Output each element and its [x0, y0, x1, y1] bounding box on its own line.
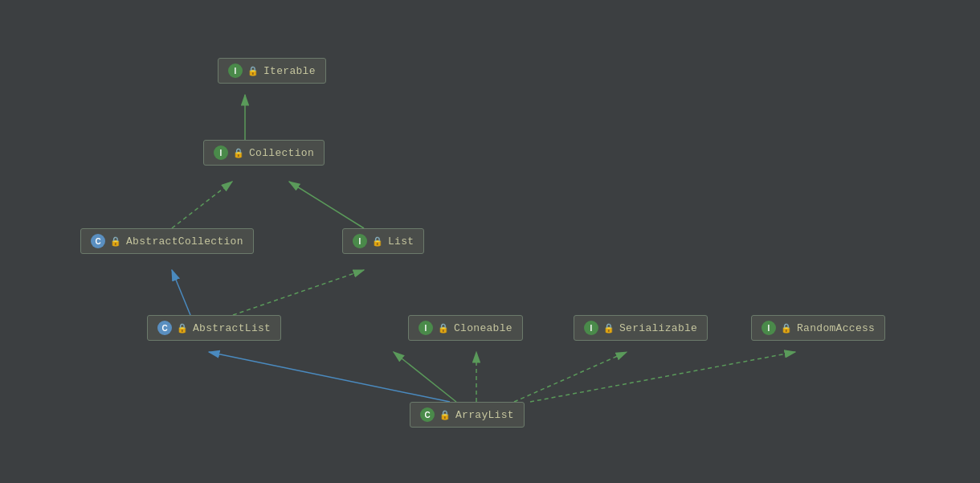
lock-array-list: 🔒: [439, 410, 451, 420]
label-collection: Collection: [249, 147, 314, 159]
lock-abstract-list: 🔒: [177, 323, 188, 334]
badge-serializable: I: [584, 321, 598, 335]
label-abstract-collection: AbstractCollection: [126, 235, 243, 248]
label-list: List: [388, 235, 414, 248]
node-iterable[interactable]: I 🔒 Iterable: [218, 58, 326, 84]
node-random-access[interactable]: I 🔒 RandomAccess: [751, 315, 885, 341]
lock-serializable: 🔒: [603, 323, 615, 334]
svg-line-6: [172, 270, 190, 315]
svg-line-8: [209, 352, 450, 402]
badge-collection: I: [214, 145, 228, 160]
svg-line-7: [233, 270, 364, 315]
svg-line-4: [172, 182, 232, 228]
label-cloneable: Cloneable: [454, 322, 512, 334]
label-abstract-list: AbstractList: [193, 322, 271, 334]
label-random-access: RandomAccess: [797, 322, 875, 334]
badge-abstract-collection: C: [91, 234, 105, 248]
lock-collection: 🔒: [233, 148, 244, 158]
svg-line-5: [289, 182, 364, 228]
node-abstract-list[interactable]: C 🔒 AbstractList: [147, 315, 281, 341]
svg-line-9: [394, 352, 456, 402]
badge-cloneable: I: [419, 321, 433, 335]
label-iterable: Iterable: [263, 65, 316, 77]
badge-iterable: I: [228, 63, 243, 78]
node-list[interactable]: I 🔒 List: [342, 228, 424, 254]
label-serializable: Serializable: [619, 322, 697, 334]
badge-array-list: C: [420, 407, 435, 422]
node-cloneable[interactable]: I 🔒 Cloneable: [408, 315, 523, 341]
svg-line-12: [530, 352, 795, 402]
badge-abstract-list: C: [157, 321, 172, 335]
lock-random-access: 🔒: [781, 323, 792, 334]
badge-random-access: I: [762, 321, 776, 335]
label-array-list: ArrayList: [455, 409, 514, 421]
node-collection[interactable]: I 🔒 Collection: [203, 140, 325, 166]
node-abstract-collection[interactable]: C 🔒 AbstractCollection: [80, 228, 254, 254]
node-array-list[interactable]: C 🔒 ArrayList: [410, 402, 525, 428]
diagram-canvas: I 🔒 Iterable I 🔒 Collection C 🔒 Abstract…: [0, 0, 980, 483]
badge-list: I: [353, 234, 367, 248]
lock-iterable: 🔒: [247, 66, 259, 76]
svg-line-11: [514, 352, 627, 402]
node-serializable[interactable]: I 🔒 Serializable: [574, 315, 708, 341]
lock-cloneable: 🔒: [438, 323, 449, 334]
lock-abstract-collection: 🔒: [110, 236, 121, 247]
lock-list: 🔒: [372, 236, 383, 247]
